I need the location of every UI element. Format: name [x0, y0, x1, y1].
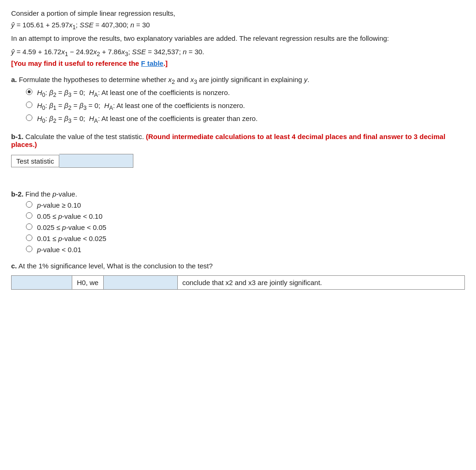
pvalue-option-3[interactable]: 0.025 ≤ p-value < 0.05: [26, 223, 465, 231]
pvalue-option-1[interactable]: p-value ≥ 0.10: [26, 201, 465, 209]
part-a-option-1[interactable]: H0: β2 = β3 = 0; HA: At least one of the…: [26, 89, 465, 98]
part-a-option-3[interactable]: H0: β2 = β3 = 0; HA: At least one of the…: [26, 114, 465, 124]
intro-equation2: ŷ = 4.59 + 16.72x1 − 24.92x2 + 7.86x3; S…: [11, 48, 465, 57]
part-b1-label: b-1.: [11, 133, 24, 140]
option-2-text: H0: β1 = β2 = β3 = 0; HA: At least one o…: [37, 102, 245, 111]
pvalue-option-5[interactable]: p-value < 0.01: [26, 246, 465, 254]
part-b1-section: b-1. Calculate the value of the test sta…: [11, 133, 465, 168]
pvalue-radio-1[interactable]: [26, 201, 32, 208]
part-b1-question: b-1. Calculate the value of the test sta…: [11, 133, 465, 148]
radio-3[interactable]: [26, 114, 32, 121]
part-c-label: c.: [11, 262, 17, 270]
part-a-label: a.: [11, 76, 17, 83]
pvalue-option-2[interactable]: 0.05 ≤ p-value < 0.10: [26, 212, 465, 220]
radio-2[interactable]: [26, 102, 32, 108]
pvalue-label-1: p-value ≥ 0.10: [37, 201, 81, 209]
pvalue-radio-5[interactable]: [26, 246, 32, 252]
test-statistic-row: Test statistic: [11, 154, 465, 168]
option-1-text: H0: β2 = β3 = 0; HA: At least one of the…: [37, 89, 230, 98]
intro-equation1: ŷ = 105.61 + 25.97x1; SSE = 407,300; n =…: [11, 21, 465, 31]
part-b2-question: b-2. Find the p-value.: [11, 190, 465, 198]
b1-note: (Round intermediate calculations to at l…: [11, 133, 445, 148]
conclusion-h0-label: H0, we: [72, 276, 104, 289]
pvalue-label-2: 0.05 ≤ p-value < 0.10: [37, 212, 102, 220]
f-table-link[interactable]: F table: [141, 59, 163, 67]
intro-line1: Consider a portion of simple linear regr…: [11, 9, 465, 17]
f-table-ref: [You may find it useful to reference the…: [11, 59, 465, 67]
radio-1[interactable]: [26, 89, 32, 95]
intro-line3: In an attempt to improve the results, tw…: [11, 34, 465, 42]
pvalue-label-3: 0.025 ≤ p-value < 0.05: [37, 223, 106, 231]
intro-section: Consider a portion of simple linear regr…: [11, 9, 465, 67]
part-b2-label: b-2.: [11, 190, 24, 198]
test-statistic-input[interactable]: [59, 154, 133, 168]
part-a-question: a. Formulate the hypotheses to determine…: [11, 76, 465, 85]
pvalue-radio-4[interactable]: [26, 235, 32, 241]
conclusion-input-1[interactable]: [12, 276, 72, 289]
test-statistic-label: Test statistic: [11, 155, 59, 167]
part-b2-options: p-value ≥ 0.10 0.05 ≤ p-value < 0.10 0.0…: [26, 201, 465, 254]
option-3-text: H0: β2 = β3 = 0; HA: At least one of the…: [37, 114, 257, 124]
part-a-option-2[interactable]: H0: β1 = β2 = β3 = 0; HA: At least one o…: [26, 102, 465, 111]
pvalue-option-4[interactable]: 0.01 ≤ p-value < 0.025: [26, 235, 465, 242]
part-a-options: H0: β2 = β3 = 0; HA: At least one of the…: [26, 89, 465, 124]
part-c-section: c. At the 1% significance level, What is…: [11, 262, 465, 290]
pvalue-label-4: 0.01 ≤ p-value < 0.025: [37, 235, 106, 242]
conclusion-text: conclude that x2 and x3 are jointly sign…: [178, 276, 464, 289]
pvalue-radio-2[interactable]: [26, 212, 32, 219]
part-a-section: a. Formulate the hypotheses to determine…: [11, 76, 465, 124]
pvalue-radio-3[interactable]: [26, 223, 32, 230]
part-b2-section: b-2. Find the p-value. p-value ≥ 0.10 0.…: [11, 190, 465, 254]
conclusion-input-2[interactable]: [104, 276, 178, 289]
part-c-question: c. At the 1% significance level, What is…: [11, 262, 465, 270]
pvalue-label-5: p-value < 0.01: [37, 246, 81, 254]
conclusion-row: H0, we conclude that x2 and x3 are joint…: [11, 275, 465, 290]
